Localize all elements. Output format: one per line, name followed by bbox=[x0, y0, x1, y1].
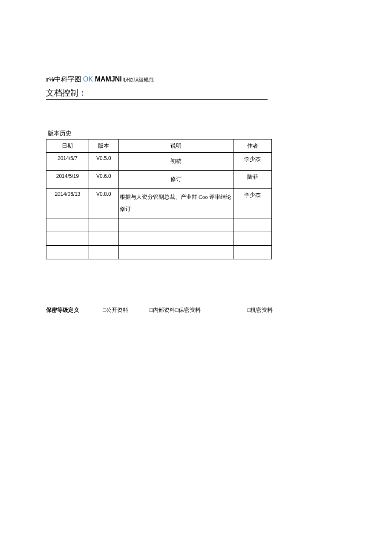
cell-empty bbox=[233, 232, 272, 245]
col-header-version: 版本 bbox=[89, 139, 118, 153]
checkbox-icon: □ bbox=[150, 307, 153, 313]
table-row-empty bbox=[46, 232, 272, 245]
cell-empty bbox=[118, 218, 233, 232]
header-mamjni: MAMJNI bbox=[95, 76, 122, 83]
opt-secret-text: 机密资料 bbox=[251, 307, 273, 313]
cell-version: V0.6.0 bbox=[89, 170, 118, 188]
col-header-date: 日期 bbox=[46, 139, 89, 153]
table-header-row: 日期 版本 说明 作者 bbox=[46, 139, 272, 153]
table-row-empty bbox=[46, 245, 272, 259]
checkbox-icon: □ bbox=[103, 307, 106, 313]
col-header-author: 作者 bbox=[233, 139, 272, 153]
opt-internal-text: 内部资料 bbox=[153, 307, 175, 313]
cell-empty bbox=[46, 232, 89, 245]
confidentiality-label: 保密等级定义 bbox=[46, 306, 79, 314]
cell-date: 2014/06/13 bbox=[46, 188, 89, 218]
cell-empty bbox=[233, 245, 272, 259]
cell-author: 李少杰 bbox=[233, 188, 272, 218]
cell-version: V0.5.0 bbox=[89, 153, 118, 171]
checkbox-icon: □ bbox=[175, 307, 179, 313]
opt-confidential-text: 保密资料 bbox=[179, 307, 201, 313]
confidentiality-option-secret: □机密资料 bbox=[248, 306, 273, 314]
cell-empty bbox=[46, 218, 89, 232]
col-header-desc: 说明 bbox=[118, 139, 233, 153]
cell-empty bbox=[118, 245, 233, 259]
cell-empty bbox=[89, 245, 118, 259]
doc-control-heading: 文档控制： bbox=[46, 87, 268, 100]
header-ok: OK. bbox=[83, 76, 95, 83]
cell-desc: 初稿 bbox=[118, 153, 233, 171]
cell-empty bbox=[46, 245, 89, 259]
cell-author: 陆菲 bbox=[233, 170, 272, 188]
confidentiality-option-public: □公开资料 bbox=[103, 306, 128, 314]
table-row: 2014/06/13 V0.8.0 根据与人资分管副总裁、产业群 Coo 评审结… bbox=[46, 188, 272, 218]
version-history-label: 版本历史 bbox=[46, 130, 346, 137]
header-suffix: 职位职级规范 bbox=[122, 77, 154, 83]
version-history-table: 日期 版本 说明 作者 2014/5/7 V0.5.0 初稿 李少杰 2014/… bbox=[46, 139, 272, 259]
cell-desc: 修订 bbox=[118, 170, 233, 188]
cell-date: 2014/5/19 bbox=[46, 170, 89, 188]
cell-desc: 根据与人资分管副总裁、产业群 Coo 评审结论修订 bbox=[118, 188, 233, 218]
confidentiality-option-internal-confidential: □内部资料□保密资料 bbox=[150, 306, 201, 314]
cell-version: V0.8.0 bbox=[89, 188, 118, 218]
table-row-empty bbox=[46, 218, 272, 232]
header-cn: 中科字图 bbox=[54, 76, 83, 83]
opt-public-text: 公开资料 bbox=[106, 307, 128, 313]
cell-empty bbox=[89, 232, 118, 245]
document-header: r⅛中科字图 OK.MAMJNI 职位职级规范 bbox=[46, 75, 346, 84]
table-row: 2014/5/19 V0.6.0 修订 陆菲 bbox=[46, 170, 272, 188]
cell-empty bbox=[118, 232, 233, 245]
cell-date: 2014/5/7 bbox=[46, 153, 89, 171]
confidentiality-row: 保密等级定义 □公开资料 □内部资料□保密资料 □机密资料 bbox=[46, 306, 346, 314]
cell-empty bbox=[89, 218, 118, 232]
cell-author: 李少杰 bbox=[233, 153, 272, 171]
table-row: 2014/5/7 V0.5.0 初稿 李少杰 bbox=[46, 153, 272, 171]
cell-empty bbox=[233, 218, 272, 232]
header-prefix: r⅛ bbox=[46, 76, 54, 83]
